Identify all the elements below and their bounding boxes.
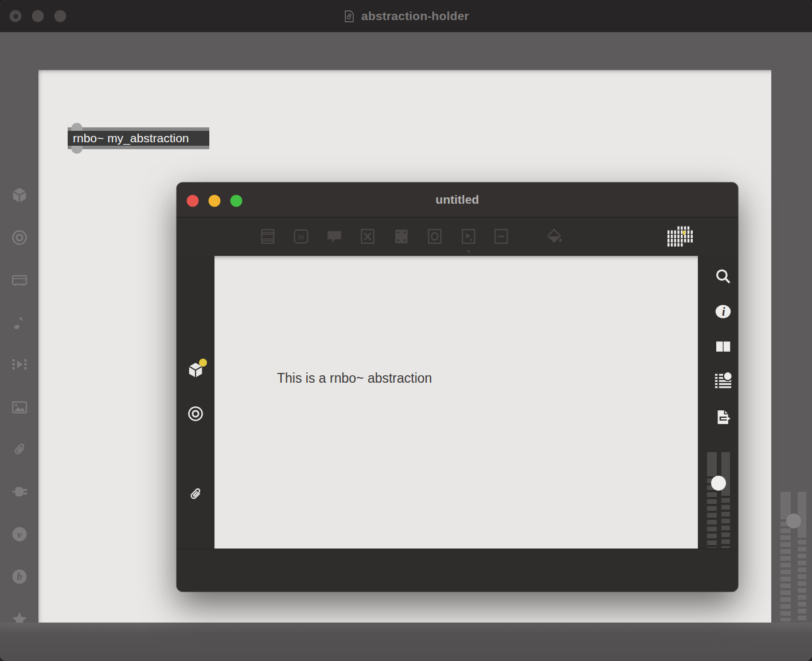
master-volume-slider[interactable] bbox=[707, 452, 730, 548]
info-icon[interactable] bbox=[715, 303, 732, 320]
comment-icon[interactable] bbox=[326, 228, 343, 245]
inspector-target-icon[interactable] bbox=[11, 229, 28, 246]
image-icon[interactable] bbox=[11, 399, 28, 416]
toolbar-back: 100% bbox=[0, 32, 812, 70]
notification-badge bbox=[199, 359, 207, 367]
object-box-text: rnbo~ my_abstraction bbox=[68, 131, 209, 146]
comment-object[interactable]: This is a rnbo~ abstraction bbox=[277, 371, 432, 386]
volume-knob[interactable] bbox=[786, 514, 801, 528]
patcher-canvas-front[interactable]: This is a rnbo~ abstraction bbox=[214, 256, 698, 549]
amp-speaker-icon[interactable] bbox=[11, 271, 28, 289]
patch-file-icon bbox=[343, 9, 356, 24]
title-group: untitled bbox=[177, 182, 738, 217]
palette-highlight-cell bbox=[683, 231, 685, 235]
patcher-icon[interactable] bbox=[259, 228, 276, 245]
paperclip-icon[interactable] bbox=[11, 441, 28, 458]
title-group: abstraction-holder bbox=[0, 0, 812, 32]
paint-bucket-icon[interactable] bbox=[546, 228, 563, 245]
object-palette-icon[interactable] bbox=[667, 226, 693, 247]
volume-knob[interactable] bbox=[711, 476, 726, 491]
video-film-icon[interactable] bbox=[11, 356, 28, 373]
max-application: abstraction-holder 100% rnbo~ my_abstrac… bbox=[0, 0, 812, 661]
beap-icon[interactable] bbox=[11, 568, 28, 585]
rnbo-object-box[interactable]: rnbo~ my_abstraction bbox=[68, 127, 209, 149]
window-untitled: untitled 100% bbox=[177, 182, 738, 592]
console-badge-icon[interactable] bbox=[713, 371, 733, 390]
vizzie-icon[interactable] bbox=[11, 526, 28, 543]
rnbo-codebox-icon[interactable] bbox=[393, 228, 410, 245]
search-icon[interactable] bbox=[715, 268, 732, 285]
window-title: untitled bbox=[436, 193, 479, 207]
number-box-icon[interactable] bbox=[493, 228, 510, 245]
button-icon[interactable] bbox=[426, 228, 443, 245]
window-title: abstraction-holder bbox=[361, 9, 469, 23]
inspector-target-icon[interactable] bbox=[187, 405, 204, 422]
right-strip-front bbox=[698, 256, 738, 549]
split-panels-icon[interactable] bbox=[715, 338, 732, 355]
bottom-toolbar-back bbox=[0, 623, 812, 661]
left-sidebar-back bbox=[0, 70, 38, 623]
toggle-icon[interactable] bbox=[359, 228, 376, 245]
plug-icon[interactable] bbox=[11, 483, 28, 500]
message-icon[interactable] bbox=[460, 228, 477, 245]
left-strip-front bbox=[177, 256, 214, 549]
titlebar-front: untitled bbox=[177, 182, 738, 217]
export-document-icon[interactable] bbox=[715, 409, 732, 426]
object-browser-cube-icon[interactable] bbox=[11, 186, 28, 204]
titlebar-back: abstraction-holder bbox=[0, 0, 812, 32]
bottom-toolbar-front bbox=[177, 549, 738, 592]
toolbar-front: 100% bbox=[177, 217, 738, 256]
chevron-down-icon[interactable] bbox=[466, 249, 472, 255]
object-icon[interactable] bbox=[292, 228, 310, 245]
music-note-icon[interactable] bbox=[11, 314, 28, 331]
master-volume-slider[interactable] bbox=[780, 492, 806, 621]
paperclip-icon[interactable] bbox=[187, 485, 204, 503]
object-browser-cube-icon[interactable] bbox=[187, 361, 204, 379]
